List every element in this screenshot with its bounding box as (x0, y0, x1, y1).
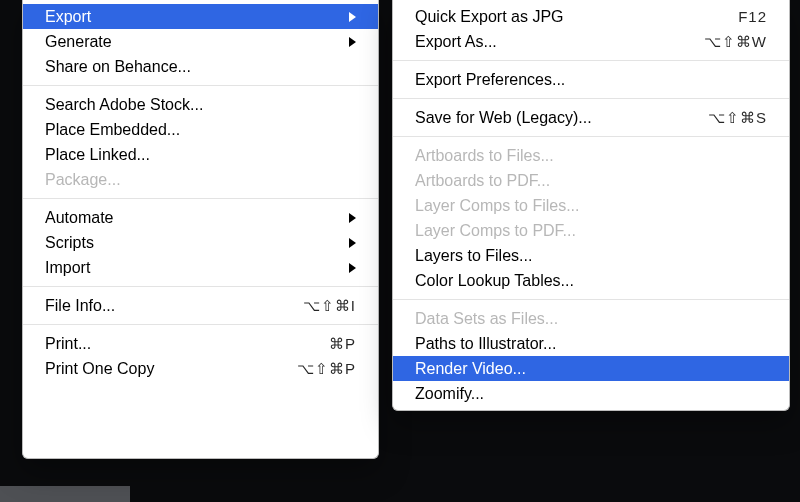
menu-label: Automate (45, 209, 339, 227)
submenu-arrow-icon (349, 238, 356, 248)
menu-item-search-adobe-stock[interactable]: Search Adobe Stock... (23, 92, 378, 117)
menu-separator (393, 299, 789, 300)
shortcut-text: F12 (738, 8, 767, 25)
menu-separator (393, 60, 789, 61)
menu-item-layer-comps-to-files: Layer Comps to Files... (393, 193, 789, 218)
menu-label: File Info... (45, 297, 291, 315)
menu-label: Save for Web (Legacy)... (415, 109, 696, 127)
menu-label: Scripts (45, 234, 339, 252)
menu-label: Data Sets as Files... (415, 310, 767, 328)
menu-item-print-one-copy[interactable]: Print One Copy ⌥⇧⌘P (23, 356, 378, 381)
menu-item-automate[interactable]: Automate (23, 205, 378, 230)
menu-label: Render Video... (415, 360, 767, 378)
export-submenu: Quick Export as JPG F12 Export As... ⌥⇧⌘… (392, 0, 790, 411)
menu-label: Export Preferences... (415, 71, 767, 89)
submenu-arrow-icon (349, 12, 356, 22)
app-background-strip (0, 486, 130, 502)
menu-label: Share on Behance... (45, 58, 356, 76)
menu-separator (23, 198, 378, 199)
menu-label: Layer Comps to Files... (415, 197, 767, 215)
menu-item-paths-to-illustrator[interactable]: Paths to Illustrator... (393, 331, 789, 356)
file-menu: Export Generate Share on Behance... Sear… (22, 0, 379, 459)
menu-separator (23, 85, 378, 86)
menu-label: Zoomify... (415, 385, 767, 403)
menu-label: Print... (45, 335, 317, 353)
menu-label: Color Lookup Tables... (415, 272, 767, 290)
menu-label: Export As... (415, 33, 692, 51)
menu-item-artboards-to-pdf: Artboards to PDF... (393, 168, 789, 193)
menu-label: Import (45, 259, 339, 277)
menu-separator (393, 98, 789, 99)
shortcut-text: ⌥⇧⌘S (708, 109, 767, 127)
menu-label: Artboards to PDF... (415, 172, 767, 190)
menu-label: Generate (45, 33, 339, 51)
menu-item-generate[interactable]: Generate (23, 29, 378, 54)
shortcut-text: ⌘P (329, 335, 356, 353)
menu-label: Layers to Files... (415, 247, 767, 265)
menu-label: Paths to Illustrator... (415, 335, 767, 353)
shortcut-text: ⌥⇧⌘P (297, 360, 356, 378)
menu-item-render-video[interactable]: Render Video... (393, 356, 789, 381)
menu-item-artboards-to-files: Artboards to Files... (393, 143, 789, 168)
menu-item-share-behance[interactable]: Share on Behance... (23, 54, 378, 79)
menu-item-package: Package... (23, 167, 378, 192)
menu-item-quick-export-jpg[interactable]: Quick Export as JPG F12 (393, 4, 789, 29)
shortcut-text: ⌥⇧⌘I (303, 297, 356, 315)
menu-item-color-lookup-tables[interactable]: Color Lookup Tables... (393, 268, 789, 293)
submenu-arrow-icon (349, 263, 356, 273)
menu-label: Layer Comps to PDF... (415, 222, 767, 240)
menu-item-scripts[interactable]: Scripts (23, 230, 378, 255)
menu-item-place-embedded[interactable]: Place Embedded... (23, 117, 378, 142)
menu-item-zoomify[interactable]: Zoomify... (393, 381, 789, 406)
menu-separator (23, 286, 378, 287)
menu-item-data-sets-as-files: Data Sets as Files... (393, 306, 789, 331)
menu-separator (393, 136, 789, 137)
menu-item-export-preferences[interactable]: Export Preferences... (393, 67, 789, 92)
menu-item-place-linked[interactable]: Place Linked... (23, 142, 378, 167)
menu-label: Place Linked... (45, 146, 356, 164)
shortcut-text: ⌥⇧⌘W (704, 33, 767, 51)
menu-item-file-info[interactable]: File Info... ⌥⇧⌘I (23, 293, 378, 318)
menu-item-layer-comps-to-pdf: Layer Comps to PDF... (393, 218, 789, 243)
menu-item-export-as[interactable]: Export As... ⌥⇧⌘W (393, 29, 789, 54)
menu-item-layers-to-files[interactable]: Layers to Files... (393, 243, 789, 268)
menu-item-import[interactable]: Import (23, 255, 378, 280)
submenu-arrow-icon (349, 213, 356, 223)
menu-label: Quick Export as JPG (415, 8, 726, 26)
menu-item-save-for-web[interactable]: Save for Web (Legacy)... ⌥⇧⌘S (393, 105, 789, 130)
menu-label: Package... (45, 171, 356, 189)
menu-label: Search Adobe Stock... (45, 96, 356, 114)
menu-item-export[interactable]: Export (23, 4, 378, 29)
menu-label: Print One Copy (45, 360, 285, 378)
menu-label: Artboards to Files... (415, 147, 767, 165)
submenu-arrow-icon (349, 37, 356, 47)
menu-separator (23, 324, 378, 325)
menu-label: Export (45, 8, 339, 26)
menu-item-print[interactable]: Print... ⌘P (23, 331, 378, 356)
menu-label: Place Embedded... (45, 121, 356, 139)
